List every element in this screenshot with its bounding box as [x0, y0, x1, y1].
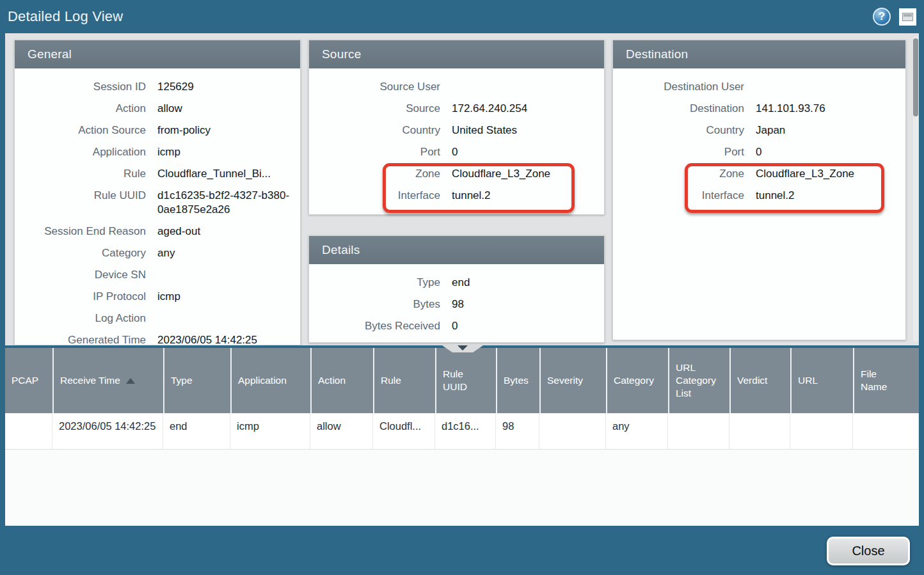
- destination-panel: Destination Destination UserDestination1…: [612, 40, 906, 340]
- column-header-label: Application: [238, 374, 287, 387]
- cell-value: 98: [502, 420, 514, 432]
- column-header-type[interactable]: Type: [163, 348, 230, 413]
- column-header-url-category-list[interactable]: URL Category List: [668, 348, 729, 413]
- column-header-bytes[interactable]: Bytes: [496, 348, 539, 413]
- field-value: 141.101.93.76: [744, 102, 905, 116]
- source-panel-body: Source UserSource172.64.240.254CountryUn…: [309, 68, 604, 214]
- chevron-down-icon: [458, 345, 468, 351]
- field-label: Interface: [309, 189, 440, 203]
- field-value: tunnel.2: [440, 189, 604, 203]
- field-value: [146, 311, 300, 326]
- column-header-receive-time[interactable]: Receive Time: [52, 348, 163, 413]
- cell-type: end: [163, 413, 230, 449]
- title-bar-icons: ?: [873, 8, 916, 26]
- column-header-verdict[interactable]: Verdict: [729, 348, 790, 413]
- field-row-country: CountryUnited States: [309, 120, 604, 141]
- field-label: Port: [613, 145, 744, 159]
- general-panel: General Session ID125629ActionallowActio…: [14, 40, 301, 345]
- column-header-label: Rule UUID: [443, 368, 467, 393]
- field-row-type: Typeend: [309, 272, 604, 294]
- log-table: PCAPReceive TimeTypeApplicationActionRul…: [5, 348, 919, 526]
- field-label: Zone: [613, 167, 744, 181]
- content-scrollbar-thumb[interactable]: [913, 38, 918, 116]
- close-button[interactable]: Close: [827, 537, 910, 565]
- field-label: Port: [309, 145, 440, 159]
- field-label: Action Source: [15, 123, 146, 138]
- column-header-url[interactable]: URL: [790, 348, 853, 413]
- title-bar: Detailed Log View ?: [0, 0, 924, 33]
- field-label: Session End Reason: [15, 224, 146, 239]
- field-row-ip-protocol: IP Protocolicmp: [15, 286, 300, 308]
- field-row-port: Port0: [613, 141, 905, 163]
- column-header-label: Bytes: [504, 374, 529, 387]
- details-panel: Details TypeendBytes98Bytes Received0: [308, 235, 605, 343]
- field-row-category: Categoryany: [15, 242, 300, 264]
- field-label: Action: [15, 102, 146, 116]
- field-value: [440, 80, 604, 94]
- maximize-window-icon[interactable]: [899, 8, 916, 26]
- field-value: from-policy: [146, 123, 300, 138]
- field-row-application: Applicationicmp: [15, 141, 300, 163]
- cell-value: icmp: [237, 420, 259, 432]
- cell-file-name: [853, 413, 919, 449]
- cell-severity: [539, 413, 606, 449]
- field-label: Zone: [309, 167, 440, 181]
- help-icon[interactable]: ?: [873, 8, 891, 26]
- column-header-severity[interactable]: Severity: [539, 348, 606, 413]
- column-header-label: Verdict: [737, 374, 767, 387]
- field-label: Rule: [15, 167, 146, 181]
- field-row-destination: Destination141.101.93.76: [613, 98, 905, 120]
- column-header-rule[interactable]: Rule: [373, 348, 435, 413]
- field-value: icmp: [146, 145, 300, 159]
- log-detail-content: General Session ID125629ActionallowActio…: [5, 33, 919, 345]
- cell-value: end: [170, 420, 187, 432]
- field-value: 2023/06/05 14:42:25: [146, 333, 300, 345]
- field-value: d1c16235-b2f2-4327-b380-0ae1875e2a26: [146, 189, 300, 217]
- column-header-label: Receive Time: [60, 374, 120, 387]
- field-value: tunnel.2: [744, 189, 905, 203]
- field-row-bytes: Bytes98: [309, 294, 604, 315]
- field-value: icmp: [146, 290, 300, 304]
- general-panel-header: General: [15, 40, 300, 68]
- field-row-interface: Interfacetunnel.2: [309, 185, 604, 207]
- cell-url-category-list: [668, 413, 729, 449]
- cell-category: any: [606, 413, 668, 449]
- field-row-zone: ZoneCloudflare_L3_Zone: [309, 163, 604, 185]
- column-header-rule-uuid[interactable]: Rule UUID: [435, 348, 496, 413]
- field-label: Session ID: [15, 80, 146, 94]
- field-label: Interface: [613, 189, 744, 203]
- field-row-interface: Interfacetunnel.2: [613, 185, 905, 207]
- content-scrollbar[interactable]: [913, 36, 918, 342]
- field-value: end: [440, 276, 604, 290]
- field-row-session-end-reason: Session End Reasonaged-out: [15, 221, 300, 242]
- field-value: Cloudflare_L3_Zone: [744, 167, 905, 181]
- field-row-bytes-received: Bytes Received0: [309, 315, 604, 337]
- field-label: Log Action: [15, 311, 146, 326]
- field-label: Application: [15, 145, 146, 159]
- field-row-port: Port0: [309, 141, 604, 163]
- column-header-label: Severity: [547, 374, 583, 387]
- field-label: Source: [309, 102, 440, 116]
- field-label: Category: [15, 246, 146, 260]
- field-label: IP Protocol: [15, 290, 146, 304]
- column-header-pcap[interactable]: PCAP: [5, 348, 52, 413]
- column-header-label: URL: [798, 374, 818, 387]
- field-label: Bytes Received: [309, 319, 440, 333]
- column-header-label: PCAP: [12, 374, 38, 387]
- log-table-row[interactable]: 2023/06/05 14:42:25endicmpallowCloudfl..…: [5, 413, 919, 450]
- details-panel-header: Details: [309, 236, 604, 264]
- column-header-file-name[interactable]: File Name: [853, 348, 919, 413]
- field-row-rule: RuleCloudflare_Tunnel_Bi...: [15, 163, 300, 185]
- cell-value: allow: [317, 420, 341, 432]
- field-value: allow: [146, 102, 300, 116]
- field-label: Destination User: [613, 80, 744, 94]
- field-label: Device SN: [15, 268, 146, 282]
- field-value: Japan: [744, 123, 905, 138]
- column-header-category[interactable]: Category: [606, 348, 668, 413]
- field-value: 0: [440, 145, 604, 159]
- field-row-destination-user: Destination User: [613, 76, 905, 98]
- field-row-country: CountryJapan: [613, 120, 905, 141]
- column-header-action[interactable]: Action: [310, 348, 373, 413]
- field-value: Cloudflare_L3_Zone: [440, 167, 604, 181]
- column-header-application[interactable]: Application: [230, 348, 310, 413]
